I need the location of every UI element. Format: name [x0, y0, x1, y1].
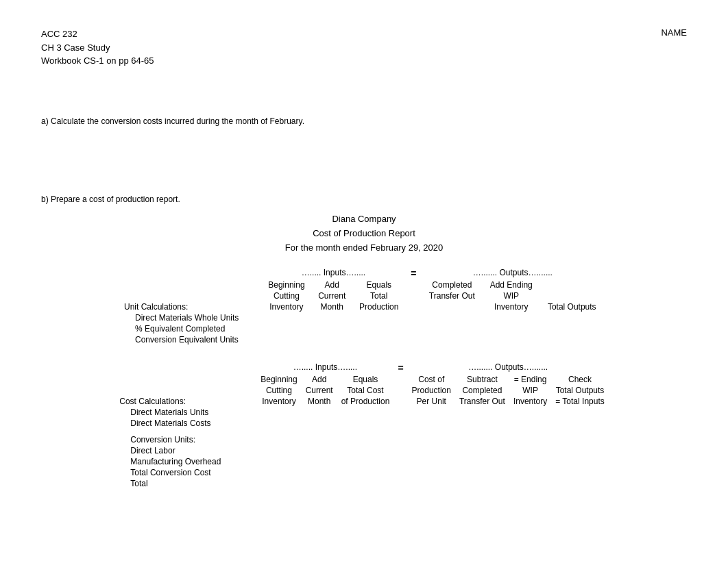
cost-col1-h1: Beginning [256, 374, 301, 385]
unit-col-header-2: Cutting Current Total Transfer Out WIP [124, 290, 604, 301]
name-label: NAME [661, 27, 687, 38]
cost-col4-h1: Cost of [408, 374, 455, 385]
cost-col4-h3: Per Unit [408, 396, 455, 407]
cost-col6-h2: WIP [509, 385, 551, 396]
unit-outputs-label: …....... Outputs…....... [422, 267, 604, 279]
unit-col4-h2: Transfer Out [422, 290, 483, 301]
unit-col5-h1: Add Ending [483, 279, 540, 290]
report-title: Diana Company Cost of Production Report … [41, 212, 687, 255]
unit-row-conversion-eq: Conversion Equivalent Units [124, 334, 604, 345]
cost-row1-label: Direct Materials Units [119, 407, 256, 418]
cost-row-total-conversion: Total Conversion Cost [119, 467, 608, 478]
cost-col4-h2: Production [408, 385, 455, 396]
cost-row4-label: Manufacturing Overhead [119, 456, 256, 467]
cost-col5-h3: Transfer Out [455, 396, 509, 407]
unit-col2-h3: Month [312, 301, 352, 312]
unit-col6-h2 [540, 290, 604, 301]
unit-col1-h3: Inventory [261, 301, 312, 312]
cost-col2-h2: Current [302, 385, 337, 396]
header-line3: Workbook CS-1 on pp 64-65 [41, 54, 154, 68]
cost-row6-label: Total [119, 478, 256, 489]
cost-table: …..... Inputs…..... = …....... Outputs….… [119, 362, 608, 489]
cost-calculations-section: …..... Inputs…..... = …....... Outputs….… [41, 362, 687, 489]
unit-row1-label: Direct Materials Whole Units [124, 312, 261, 323]
cost-col3-h1: Equals [337, 374, 394, 385]
cost-row-dm-costs: Direct Materials Costs [119, 418, 608, 429]
cost-row2-label: Direct Materials Costs [119, 418, 256, 429]
cost-row-mfg-overhead: Manufacturing Overhead [119, 456, 608, 467]
question-b: b) Prepare a cost of production report. [41, 195, 687, 204]
unit-row-label: Unit Calculations: [124, 301, 261, 312]
report-name: Cost of Production Report [41, 227, 687, 241]
cost-col3-h2: Total Cost [337, 385, 394, 396]
cost-outputs-label: …....... Outputs…....... [408, 362, 609, 374]
cost-col2-h1: Add [302, 374, 337, 385]
cost-col5-h1: Subtract [455, 374, 509, 385]
cost-row5-label: Total Conversion Cost [119, 467, 256, 478]
cost-col-header-3: Cost Calculations: Inventory Month of Pr… [119, 396, 608, 407]
cost-col1-h3: Inventory [256, 396, 301, 407]
cost-col-header-2: Cutting Current Total Cost Production Co… [119, 385, 608, 396]
unit-col5-h3: Inventory [483, 301, 540, 312]
cost-sub-label: Conversion Units: [119, 434, 256, 445]
cost-row-direct-labor: Direct Labor [119, 445, 608, 456]
cost-col7-h3: = Total Inputs [551, 396, 609, 407]
unit-row-dm-whole: Direct Materials Whole Units [124, 312, 604, 323]
cost-row3-label: Direct Labor [119, 445, 256, 456]
unit-col2-h1: Add [312, 279, 352, 290]
cost-conversion-sublabel-row: Conversion Units: [119, 434, 608, 445]
cost-col7-h2: Total Outputs [551, 385, 609, 396]
cost-row-label: Cost Calculations: [119, 396, 256, 407]
unit-col4-h1: Completed [422, 279, 483, 290]
unit-col5-h2: WIP [483, 290, 540, 301]
cost-row-dm-units: Direct Materials Units [119, 407, 608, 418]
cost-col6-h3: Inventory [509, 396, 551, 407]
unit-row2-label: % Equivalent Completed [124, 323, 261, 334]
unit-row3-label: Conversion Equivalent Units [124, 334, 261, 345]
cost-header-labels-row: …..... Inputs…..... = …....... Outputs….… [119, 362, 608, 374]
cost-col-header-1: Beginning Add Equals Cost of Subtract = … [119, 374, 608, 385]
unit-col-header-1: Beginning Add Equals Completed Add Endin… [124, 279, 604, 290]
header-right: NAME [661, 27, 687, 38]
header-line1: ACC 232 [41, 27, 154, 41]
unit-col1-h1: Beginning [261, 279, 312, 290]
unit-col3-h3: Production [352, 301, 406, 312]
header-line2: CH 3 Case Study [41, 41, 154, 55]
cost-col2-h3: Month [302, 396, 337, 407]
unit-col3-h2: Total [352, 290, 406, 301]
company-name: Diana Company [41, 212, 687, 227]
unit-col6-h3: Total Outputs [540, 301, 604, 312]
unit-col6-h1 [540, 279, 604, 290]
unit-col1-h2: Cutting [261, 290, 312, 301]
unit-table: …..... Inputs…..... = …....... Outputs….… [124, 267, 604, 345]
unit-equals-1: = [406, 267, 422, 279]
unit-col2-h2: Current [312, 290, 352, 301]
cost-col6-h1: = Ending [509, 374, 551, 385]
unit-row-pct-completed: % Equivalent Completed [124, 323, 604, 334]
report-subtitle: For the month ended February 29, 2020 [41, 241, 687, 255]
cost-equals-1: = [393, 362, 407, 374]
question-a: a) Calculate the conversion costs incurr… [41, 116, 687, 126]
unit-inputs-label: …..... Inputs…..... [261, 267, 406, 279]
spacer-1 [119, 429, 608, 434]
cost-col5-h2: Completed [455, 385, 509, 396]
unit-calculations-section: …..... Inputs…..... = …....... Outputs….… [41, 267, 687, 345]
cost-col7-h1: Check [551, 374, 609, 385]
unit-col3-h1: Equals [352, 279, 406, 290]
header-left: ACC 232 CH 3 Case Study Workbook CS-1 on… [41, 27, 154, 68]
cost-col3-h3: of Production [337, 396, 394, 407]
cost-col1-h2: Cutting [256, 385, 301, 396]
cost-inputs-label: …..... Inputs…..... [256, 362, 393, 374]
unit-col4-h3 [422, 301, 483, 312]
unit-col-header-3: Unit Calculations: Inventory Month Produ… [124, 301, 604, 312]
cost-row-total: Total [119, 478, 608, 489]
unit-header-labels-row: …..... Inputs…..... = …....... Outputs….… [124, 267, 604, 279]
